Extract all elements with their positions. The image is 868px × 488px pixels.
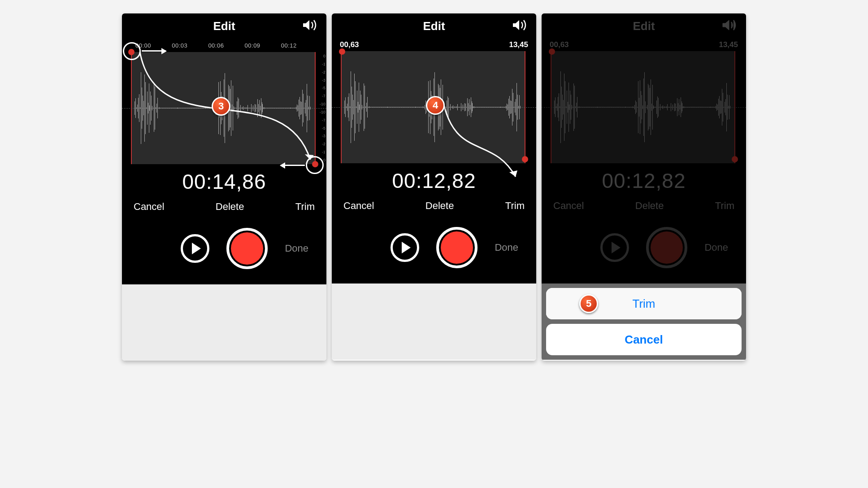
recordings-list-area xyxy=(122,284,326,361)
sheet-cancel-button[interactable]: Cancel xyxy=(546,324,742,355)
top-bar: Edit xyxy=(122,13,326,39)
delete-button[interactable]: Delete xyxy=(216,201,244,213)
play-icon xyxy=(192,243,201,254)
screen-title: Edit xyxy=(213,19,235,33)
play-icon xyxy=(402,242,411,253)
record-button[interactable] xyxy=(436,227,477,268)
sheet-trim-button[interactable]: 5 Trim xyxy=(546,288,742,319)
trim-handle-start[interactable] xyxy=(339,48,345,55)
sheet-cancel-label: Cancel xyxy=(625,333,663,347)
screen-title: Edit xyxy=(423,19,445,33)
annotation-arrow-left xyxy=(281,165,305,166)
annotation-arrow-right xyxy=(142,50,166,52)
tick-label: 00:03 xyxy=(172,42,187,49)
action-sheet: 5 Trim Cancel xyxy=(546,288,742,355)
delete-button[interactable]: Delete xyxy=(425,200,454,212)
annotation-circle xyxy=(123,42,141,60)
panel-2: Edit 00,63 13,45 xyxy=(332,13,536,361)
step-marker: 4 xyxy=(426,96,445,115)
trim-handle-end[interactable] xyxy=(522,156,528,162)
tick-label: 00:12 xyxy=(281,42,297,49)
cancel-button[interactable]: Cancel xyxy=(134,201,164,213)
tick-label: 00:06 xyxy=(208,42,224,49)
trim-end-time: 13,45 xyxy=(509,40,528,49)
tick-label: 00:09 xyxy=(245,42,260,49)
record-button[interactable] xyxy=(226,228,268,269)
done-button[interactable]: Done xyxy=(495,242,518,253)
volume-icon[interactable] xyxy=(291,19,318,33)
cancel-button[interactable]: Cancel xyxy=(343,200,374,212)
trim-range-labels: 00,63 13,45 xyxy=(332,39,536,51)
current-time: 00:14,86 xyxy=(122,164,326,197)
top-bar: Edit xyxy=(332,13,536,39)
play-button[interactable] xyxy=(181,234,209,263)
recordings-list-area xyxy=(332,283,536,360)
sheet-trim-label: Trim xyxy=(632,297,655,311)
current-time: 00:12,82 xyxy=(332,163,536,196)
annotation-circle xyxy=(306,156,324,174)
trim-start-time: 00,63 xyxy=(340,40,359,49)
panel-1: Edit 00:00 00:03 00:06 00:09 00:12 xyxy=(122,13,326,361)
waveform-area[interactable]: 4 xyxy=(332,51,536,163)
volume-icon[interactable] xyxy=(501,19,528,33)
step-marker: 5 xyxy=(579,294,598,313)
step-marker: 3 xyxy=(212,97,230,116)
db-scale: 0-1-2-3-5-7-10-10-7-5-3-2-10 xyxy=(317,54,326,162)
waveform-area[interactable]: 0-1-2-3-5-7-10-10-7-5-3-2-10 3 xyxy=(122,52,326,164)
play-button[interactable] xyxy=(391,233,419,262)
panel-3: Edit 00,63 13,45 00:12,82 xyxy=(542,13,746,361)
trim-button[interactable]: Trim xyxy=(295,201,315,213)
done-button[interactable]: Done xyxy=(285,243,308,254)
trim-button[interactable]: Trim xyxy=(505,200,525,212)
